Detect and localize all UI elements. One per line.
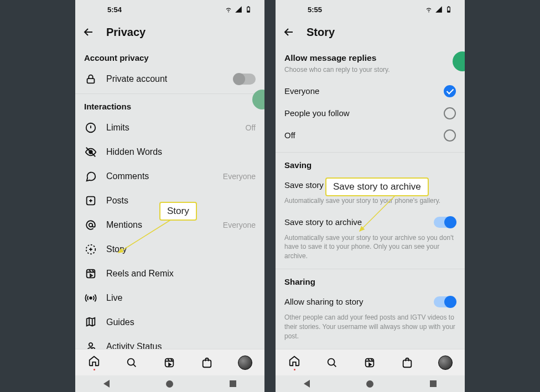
- save-archive-toggle[interactable]: [434, 217, 456, 228]
- status-bar: 5:55: [276, 0, 465, 19]
- row-allow-sharing[interactable]: Allow sharing to story: [276, 291, 465, 313]
- allow-replies-sub: Choose who can reply to your story.: [276, 65, 465, 80]
- home-notification-dot: [294, 369, 295, 370]
- limits-value: Off: [246, 123, 256, 132]
- nav-search[interactable]: [125, 356, 138, 369]
- nav-home[interactable]: [87, 354, 101, 368]
- option-everyone-label: Everyone: [284, 86, 319, 96]
- option-off[interactable]: Off: [276, 124, 465, 147]
- home-notification-dot: [94, 369, 95, 370]
- signal-icon: [435, 6, 443, 13]
- row-story[interactable]: Story: [75, 237, 264, 262]
- mentions-icon: [84, 218, 97, 232]
- nav-reels[interactable]: [163, 356, 176, 369]
- phone-privacy-screen: 5:54 Privacy Account privacy Private acc…: [75, 0, 264, 392]
- section-interactions: Interactions: [75, 94, 264, 116]
- screen-header: Story: [276, 19, 465, 45]
- status-bar: 5:54: [75, 0, 264, 19]
- nav-profile-avatar[interactable]: [238, 356, 252, 370]
- callout-story: Story: [159, 202, 197, 221]
- save-archive-sub: Automatically save your story to your ar…: [276, 233, 465, 266]
- row-reels[interactable]: Reels and Remix: [75, 262, 264, 286]
- limits-label: Limits: [106, 123, 237, 133]
- row-live[interactable]: Live: [75, 286, 264, 310]
- status-right-icons: [225, 6, 252, 13]
- hidden-words-icon: [84, 145, 97, 159]
- nav-home[interactable]: [288, 354, 301, 368]
- svg-point-7: [90, 297, 92, 299]
- battery-icon: [245, 6, 252, 13]
- status-time: 5:54: [107, 6, 122, 14]
- sysnav-back[interactable]: [103, 380, 110, 388]
- section-saving: Saving: [276, 153, 465, 174]
- svg-point-4: [89, 223, 92, 227]
- radio-unselected[interactable]: [444, 129, 456, 142]
- private-account-label: Private account: [106, 74, 225, 84]
- reels-icon: [84, 267, 97, 280]
- svg-point-15: [328, 358, 335, 365]
- section-account-privacy: Account privacy: [75, 45, 264, 67]
- status-right-icons: [425, 6, 453, 13]
- nav-shop[interactable]: [200, 356, 214, 369]
- live-icon: [84, 291, 97, 305]
- comments-value: Everyone: [223, 172, 256, 181]
- sysnav-recent[interactable]: [230, 380, 236, 387]
- row-comments[interactable]: Comments Everyone: [75, 164, 264, 189]
- row-limits[interactable]: Limits Off: [75, 116, 264, 140]
- system-nav: [276, 375, 465, 392]
- mentions-label: Mentions: [106, 220, 214, 230]
- limits-icon: [84, 121, 97, 134]
- radio-selected[interactable]: [444, 85, 456, 97]
- live-label: Live: [106, 293, 256, 303]
- row-save-archive[interactable]: Save story to archive: [276, 211, 465, 233]
- signal-icon: [235, 6, 242, 13]
- sysnav-back[interactable]: [304, 380, 310, 388]
- radio-unselected[interactable]: [444, 107, 456, 119]
- bottom-nav: [75, 349, 264, 375]
- private-account-toggle[interactable]: [233, 74, 256, 85]
- nav-reels[interactable]: [363, 356, 376, 369]
- sysnav-home[interactable]: [166, 380, 173, 388]
- row-guides[interactable]: Guides: [75, 310, 264, 334]
- lock-icon: [84, 72, 97, 86]
- option-everyone[interactable]: Everyone: [276, 80, 465, 102]
- comments-icon: [84, 170, 97, 183]
- row-hidden-words[interactable]: Hidden Words: [75, 140, 264, 164]
- system-nav: [75, 375, 264, 392]
- wifi-icon: [425, 6, 433, 13]
- comments-label: Comments: [106, 171, 214, 181]
- wifi-icon: [225, 6, 232, 13]
- back-button[interactable]: [282, 25, 295, 39]
- phone-story-screen: 5:55 Story Allow message replies Choose …: [276, 0, 465, 392]
- save-gallery-sub: Automatically save your story to your ph…: [276, 196, 465, 211]
- sysnav-recent[interactable]: [430, 380, 437, 387]
- bottom-nav: [276, 349, 465, 375]
- allow-sharing-toggle[interactable]: [434, 296, 456, 307]
- nav-search[interactable]: [325, 356, 339, 369]
- allow-replies-title: Allow message replies: [276, 45, 465, 65]
- allow-sharing-sub: Other people can add your feed posts and…: [276, 313, 465, 346]
- svg-point-8: [89, 343, 92, 346]
- callout-save-archive: Save story to archive: [325, 177, 429, 196]
- mentions-value: Everyone: [223, 221, 256, 229]
- status-time: 5:55: [308, 6, 322, 14]
- option-off-label: Off: [284, 130, 295, 140]
- page-title: Privacy: [106, 26, 146, 39]
- nav-profile-avatar[interactable]: [438, 356, 453, 370]
- guides-label: Guides: [106, 317, 256, 327]
- option-people-you-follow[interactable]: People you follow: [276, 102, 465, 124]
- story-label: Story: [106, 244, 256, 254]
- svg-point-11: [128, 358, 134, 365]
- screen-header: Privacy: [75, 19, 264, 45]
- page-title: Story: [307, 26, 335, 39]
- option-follow-label: People you follow: [284, 108, 350, 118]
- reels-label: Reels and Remix: [106, 269, 256, 279]
- story-icon: [84, 243, 97, 256]
- row-private-account[interactable]: Private account: [75, 67, 264, 91]
- sysnav-home[interactable]: [366, 380, 373, 388]
- save-archive-title: Save story to archive: [284, 217, 362, 227]
- nav-shop[interactable]: [401, 356, 414, 369]
- back-button[interactable]: [82, 25, 95, 39]
- battery-icon: [445, 6, 453, 13]
- allow-sharing-title: Allow sharing to story: [284, 297, 364, 306]
